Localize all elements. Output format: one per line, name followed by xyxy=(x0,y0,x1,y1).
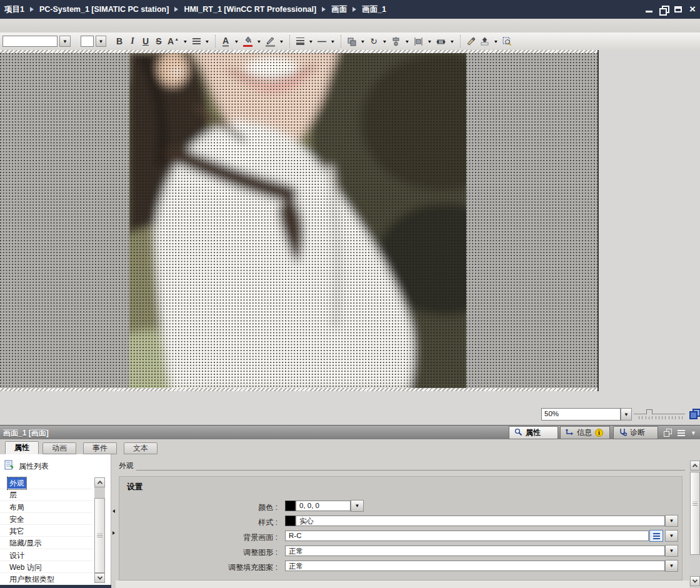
screen-background-image[interactable] xyxy=(129,53,466,388)
italic-button[interactable]: I xyxy=(127,35,138,47)
tab-animations[interactable]: 动画 xyxy=(42,442,76,454)
property-list-scrollbar[interactable] xyxy=(94,477,105,583)
font-name-input[interactable] xyxy=(2,36,58,47)
scroll-down-button[interactable] xyxy=(94,573,105,583)
splitter-expand-icon[interactable] xyxy=(112,531,115,535)
property-item-user-data-types[interactable]: 用户数据类型 xyxy=(8,574,56,586)
info-badge-icon: i xyxy=(595,429,603,437)
background-screen-browse-button[interactable] xyxy=(649,530,663,542)
line-style-button[interactable]: — xyxy=(316,35,328,47)
font-color-dropdown[interactable] xyxy=(233,35,240,47)
style-select[interactable]: 实心 xyxy=(296,516,665,526)
strikethrough-button[interactable]: S xyxy=(153,35,164,47)
line-color-dropdown[interactable] xyxy=(278,35,285,47)
fit-graphic-select[interactable]: 正常 xyxy=(285,546,665,556)
align-objects-button[interactable] xyxy=(390,35,402,47)
scrollbar-thumb[interactable] xyxy=(690,472,700,555)
bold-button[interactable]: B xyxy=(114,35,125,47)
zoom-area-button[interactable] xyxy=(501,35,513,47)
layers-button[interactable] xyxy=(479,35,491,47)
line-weight-dropdown[interactable] xyxy=(308,35,314,47)
inspector-restore-icon[interactable] xyxy=(664,429,672,437)
font-size-step-dropdown[interactable] xyxy=(182,35,189,47)
background-color-dropdown[interactable] xyxy=(256,35,262,47)
zoom-slider-ticks xyxy=(639,416,685,419)
breadcrumb-screen-1[interactable]: 画面_1 xyxy=(362,4,386,15)
background-screen-select[interactable]: R-C xyxy=(285,531,649,541)
zoom-level-dropdown[interactable] xyxy=(621,408,632,421)
arrange-order-button[interactable] xyxy=(346,35,358,47)
toolbar-separator xyxy=(460,35,461,47)
color-swatch[interactable] xyxy=(285,501,296,511)
splitter-collapse-icon[interactable] xyxy=(112,509,115,513)
resize-button[interactable] xyxy=(435,35,447,47)
style-swatch[interactable] xyxy=(285,516,296,526)
fit-fill-pattern-select[interactable]: 正常 xyxy=(285,561,665,571)
breadcrumb-pc-system[interactable]: PC-System_1 [SIMATIC PC station] xyxy=(39,5,169,14)
resize-dropdown[interactable] xyxy=(449,35,456,47)
scroll-down-button[interactable] xyxy=(690,576,700,586)
inspector-collapse-icon[interactable]: ▼ xyxy=(691,430,696,436)
breadcrumb-project[interactable]: 项目1 xyxy=(4,4,24,15)
zoom-slider-track[interactable] xyxy=(634,414,685,414)
background-screen-dropdown[interactable] xyxy=(665,530,678,542)
scrollbar-thumb[interactable] xyxy=(94,498,105,573)
fit-graphic-dropdown[interactable] xyxy=(665,545,678,557)
color-select[interactable]: 0, 0, 0 xyxy=(296,501,351,511)
style-dropdown[interactable] xyxy=(665,515,678,527)
scroll-up-button[interactable] xyxy=(94,477,105,487)
zoom-level-select[interactable]: 50% xyxy=(541,408,621,421)
arrange-order-dropdown[interactable] xyxy=(359,35,366,47)
rotate-dropdown[interactable] xyxy=(381,35,388,47)
stethoscope-icon xyxy=(619,428,627,438)
font-size-field[interactable] xyxy=(81,36,94,47)
font-size-button[interactable]: A▲ xyxy=(166,35,180,47)
scroll-up-button[interactable] xyxy=(690,461,700,471)
tab-properties[interactable]: 属性 xyxy=(5,441,39,454)
fit-fill-pattern-dropdown[interactable] xyxy=(665,560,678,572)
breadcrumb-hmi-rt[interactable]: HMI_RT_1 [WinCC RT Professional] xyxy=(184,5,316,14)
magnifier-icon xyxy=(514,428,522,438)
minimize-icon xyxy=(646,11,652,12)
minimize-button[interactable] xyxy=(645,5,654,14)
screen-editor-canvas[interactable] xyxy=(0,53,598,388)
view-tab-info[interactable]: 信息 i xyxy=(560,426,610,439)
line-color-button[interactable] xyxy=(264,35,276,47)
text-align-button[interactable] xyxy=(191,35,202,47)
inspector-menu-icon[interactable] xyxy=(678,430,685,436)
layers-dropdown[interactable] xyxy=(492,35,499,47)
line-weight-button[interactable] xyxy=(294,35,306,47)
property-item-appearance[interactable]: 外观 xyxy=(8,477,26,489)
format-painter-button[interactable] xyxy=(465,35,477,47)
underline-button[interactable]: U xyxy=(140,35,151,47)
text-align-dropdown[interactable] xyxy=(204,35,211,47)
view-tab-diagnostics[interactable]: 诊断 xyxy=(613,426,658,439)
fit-to-screen-icon[interactable] xyxy=(689,409,699,419)
view-tab-properties[interactable]: 属性 xyxy=(509,426,558,439)
property-item-hide-show[interactable]: 隐藏/显示 xyxy=(8,537,43,549)
font-color-button[interactable]: A xyxy=(220,35,231,47)
fit-graphic-label: 调整图形 : xyxy=(121,547,278,558)
chevron-up-icon xyxy=(97,481,102,486)
background-color-button[interactable] xyxy=(242,35,254,47)
tab-animations-label: 动画 xyxy=(52,443,67,454)
distribute-dropdown[interactable] xyxy=(426,35,433,47)
resize-icon xyxy=(436,37,446,46)
restore-button[interactable] xyxy=(659,5,668,14)
maximize-button[interactable] xyxy=(674,5,682,14)
section-title: 外观 xyxy=(119,461,134,471)
font-list-button[interactable] xyxy=(59,36,71,47)
rotate-button[interactable]: ↻ xyxy=(368,35,379,47)
distribute-button[interactable] xyxy=(412,35,424,47)
tab-texts[interactable]: 文本 xyxy=(124,442,158,454)
font-size-dropdown[interactable] xyxy=(96,36,106,47)
content-scrollbar[interactable] xyxy=(690,461,700,586)
line-style-dropdown[interactable] xyxy=(329,35,336,47)
breadcrumb-screens[interactable]: 画面 xyxy=(331,4,347,15)
tab-events[interactable]: 事件 xyxy=(83,442,117,454)
color-dropdown[interactable] xyxy=(351,500,364,512)
close-button[interactable]: × xyxy=(688,5,697,14)
property-item-layers[interactable]: 层 xyxy=(8,489,19,501)
panel-splitter[interactable] xyxy=(112,454,116,588)
align-objects-dropdown[interactable] xyxy=(404,35,411,47)
